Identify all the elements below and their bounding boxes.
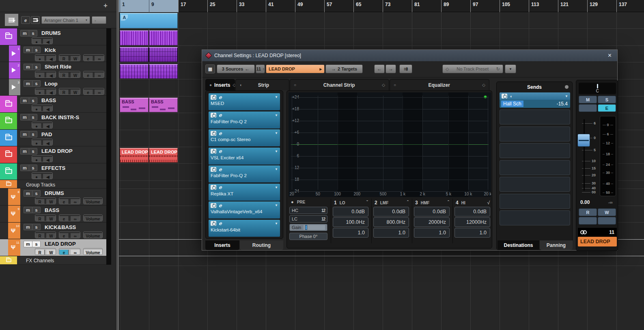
track-name[interactable]: LEAD DROP [41,148,73,154]
track-name[interactable]: PAD [41,131,52,137]
track-name[interactable]: KICK&BASS [45,224,76,230]
mute-button[interactable]: m [20,114,29,120]
monitor-button[interactable]: ◀ [43,106,52,111]
edit-channel-button[interactable]: e [84,73,93,78]
track-name[interactable]: FX Channels [26,258,54,264]
channel-link-button[interactable]: ∞ [95,56,104,61]
close-icon[interactable]: × [606,52,613,59]
track-color-tab[interactable]: Ψ [0,113,17,129]
monitor-button[interactable]: ◀ [43,157,52,162]
chevron-down-icon[interactable]: ▼ [275,204,278,207]
sources-button[interactable]: 3 Sources← [217,64,255,73]
monitor-button[interactable]: ◀ [43,123,52,129]
monitor-button[interactable]: ◀ [46,56,56,61]
track-color-tab[interactable]: Ψ 3 [9,79,20,96]
track-color-tab[interactable]: Ψ [0,28,17,45]
solo-button[interactable]: s [29,97,37,104]
record-enable-button[interactable]: ● [32,157,41,162]
insert-slot[interactable]: e ▼ FabFilter Pro-Q 2 [209,165,280,182]
volume-button[interactable]: Volume [84,250,102,255]
track-row[interactable]: Ψ m s PAD ● [0,130,106,147]
output-routing-button[interactable]: ⇉ [399,64,412,73]
write-automation-button[interactable]: W [46,199,56,204]
monitor-button[interactable]: ◀ [46,90,56,95]
write-automation-button[interactable]: W [46,233,56,238]
volume-button[interactable]: Volume [84,199,102,204]
add-track-button[interactable]: + [103,2,108,10]
write-automation-button[interactable]: W [46,250,56,255]
edit-plugin-icon[interactable]: e [219,184,222,190]
chevron-down-icon[interactable]: ▼ [275,114,278,117]
lc-slope[interactable]: 12 [321,217,325,221]
track-color-tab[interactable]: Ψ 1 [9,45,20,62]
send-slot-empty[interactable] [500,143,570,158]
insert-slot[interactable]: e ▼ Replika XT [209,184,280,201]
track-row[interactable]: Ψ 3 m s Loop ● [0,79,106,96]
power-icon[interactable] [211,203,216,208]
edit-channel-button[interactable]: e [84,90,93,95]
mute-button[interactable]: m [20,148,29,154]
power-icon[interactable] [211,167,216,172]
read-automation-button[interactable]: R [35,250,45,255]
audio-event[interactable]: A [120,13,178,28]
send-slot-empty[interactable] [500,210,570,225]
track-color-tab[interactable]: Ψ 11 [8,239,20,256]
left-locator[interactable] [116,0,119,330]
channel-link-button[interactable]: ∞ [95,73,104,78]
audio-event[interactable] [149,30,178,45]
chevron-down-icon[interactable]: ▼ [275,222,278,225]
next-channel-button[interactable]: → [386,64,396,73]
channel-link-button[interactable]: ∞ [71,199,80,204]
channel-link-button[interactable]: ∞ [71,250,80,255]
eq-gain-value[interactable]: 0.0dB [333,207,368,216]
audio-event[interactable]: BASS [149,98,178,112]
mute-button[interactable]: m [24,190,32,197]
eq-active-indicator[interactable] [484,95,487,99]
track-name[interactable]: Kick [45,47,56,53]
mute-button[interactable]: m [24,241,32,247]
eq-curve-display[interactable]: +24+18+12+60-6-12-18-2420501002005001 k2… [289,92,491,197]
gain-slider-track[interactable] [304,225,325,230]
chevron-down-icon[interactable]: ▼ [275,95,278,99]
mute-button[interactable]: m [20,30,29,36]
record-enable-button[interactable]: ● [32,140,41,146]
track-name[interactable]: Short Ride [45,64,71,70]
track-preset-select[interactable]: ◇ No Track Preset ↻ [442,64,503,73]
solo-button[interactable]: s [29,165,37,171]
solo-button[interactable]: s [32,47,41,53]
record-enable-button[interactable]: ● [35,90,45,95]
record-enable-button[interactable]: ● [35,73,45,78]
write-automation-button[interactable]: W [598,208,616,216]
send-slot-empty[interactable] [500,194,570,209]
track-row[interactable]: Ψ 8 m s DRUMS ● [0,189,106,206]
eq-q-value[interactable]: 1.0 [373,228,409,238]
edit-channel-button[interactable]: e [59,199,69,204]
channel-number-spinner[interactable]: 11↕ [256,64,265,73]
band-curve-icon[interactable]: ˆ [448,200,449,206]
record-enable-button[interactable]: ● [32,39,41,44]
solo-button[interactable]: s [29,148,37,154]
chevron-down-icon[interactable]: ▼ [275,186,278,189]
gain-slider-handle[interactable] [305,225,307,230]
read-automation-button[interactable]: R [35,199,45,204]
inserts-bottom-tab[interactable]: Routing [240,240,283,250]
band-curve-icon[interactable]: ˆ [407,200,409,206]
track-color-tab[interactable]: Ψ 2 [9,62,20,79]
channel-settings-tab[interactable]: ● Inserts ◇ [205,79,235,90]
chevron-down-icon[interactable]: ▼ [275,167,278,171]
edit-channel-button[interactable]: e [59,216,69,221]
monitor-button[interactable]: ◀ [43,39,52,44]
audio-event[interactable]: LEAD DROP [120,148,149,163]
track-color-tab[interactable]: Ψ 10 [8,223,20,239]
inserts-bottom-tab[interactable]: Inserts [205,240,239,250]
mute-button[interactable]: m [24,64,32,70]
chevron-down-icon[interactable]: ▼ [275,131,278,135]
arranger-item-select[interactable]: - [92,16,106,24]
mute-button[interactable]: m [20,165,29,171]
eq-freq-value[interactable]: 12000Hz [454,217,490,227]
solo-button[interactable]: s [29,131,37,137]
record-enable-button[interactable]: ● [32,174,41,179]
edit-channel-button[interactable]: e [59,250,69,255]
solo-button[interactable]: s [32,224,41,230]
edit-channel-button[interactable]: e [84,56,93,61]
